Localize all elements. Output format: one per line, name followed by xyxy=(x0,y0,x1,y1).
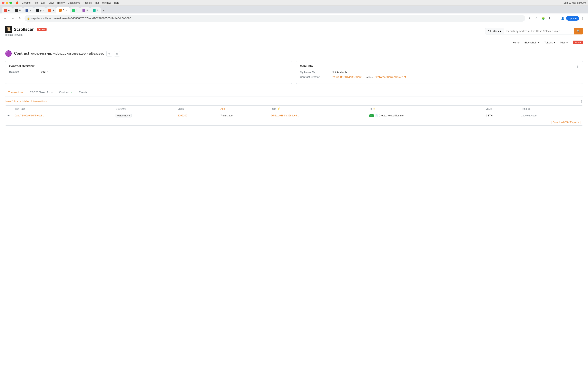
filter-label: All Filters xyxy=(488,30,499,33)
from-link[interactable]: 0x56e1f93844c3568b69... xyxy=(271,114,299,117)
testnet-nav-badge[interactable]: Testnet xyxy=(573,41,583,44)
chrome-addressbar: ← → ↻ 🔒 sepolia.scrollscan.dev/address/0… xyxy=(0,13,588,23)
more-options-button[interactable]: ⋮ xyxy=(576,64,579,68)
forward-button[interactable]: → xyxy=(10,16,16,21)
fee-text: 0.004071761964 xyxy=(521,114,538,117)
creator-row: Contract Creator: 0x56e1f93844c3568b69..… xyxy=(300,75,579,79)
nav-tokens[interactable]: Tokens ▾ xyxy=(545,41,555,44)
tab-9-label: S xyxy=(97,9,98,12)
history-menu[interactable]: History xyxy=(57,1,65,4)
search-button[interactable]: 🔍 xyxy=(574,28,583,34)
col-txn-hash: Txn Hash xyxy=(12,106,113,112)
tab-4-label: gi v xyxy=(40,9,44,12)
view-menu[interactable]: View xyxy=(49,1,54,4)
copy-button[interactable]: ⧉ xyxy=(106,51,112,57)
tab-1[interactable]: sc xyxy=(2,7,13,13)
window-menu[interactable]: Window xyxy=(102,1,111,4)
extension-icon[interactable]: 🧩 xyxy=(540,16,546,21)
name-tag-label: My Name Tag: xyxy=(300,71,329,74)
minimize-button[interactable] xyxy=(6,2,8,4)
mac-titlebar: 🍎 Chrome File Edit View History Bookmark… xyxy=(0,0,588,6)
download-icon[interactable]: ⬇ xyxy=(546,16,552,21)
scrollscan-nav: Home Blockchain ▾ Tokens ▾ Misc ▾ Testne… xyxy=(0,39,588,46)
nav-misc[interactable]: Misc ▾ xyxy=(560,41,568,44)
more-info-card: More Info ⋮ My Name Tag: Not Available C… xyxy=(296,61,583,84)
tab-erc20[interactable]: ERC20 Token Txns xyxy=(26,89,56,96)
qr-button[interactable]: ⊞ xyxy=(114,51,120,57)
tab-contract[interactable]: Contract ✓ xyxy=(56,89,76,96)
bookmarks-menu[interactable]: Bookmarks xyxy=(68,1,80,4)
back-button[interactable]: ← xyxy=(2,16,8,21)
tab-2[interactable]: N xyxy=(13,7,23,13)
address-bar[interactable]: 🔒 sepolia.scrollscan.dev/address/0x04086… xyxy=(25,15,525,22)
from-filter-icon[interactable]: ⚡ xyxy=(277,108,280,110)
main-container: 🟣 Contract 0x04086887ED74eb41C2788955651… xyxy=(0,46,588,130)
close-button[interactable] xyxy=(2,2,4,4)
tab-6-active[interactable]: D ✕ xyxy=(56,7,70,13)
balance-label: Balance: xyxy=(9,70,38,73)
creator-address-link[interactable]: 0x56e1f93844c3568b69... xyxy=(332,75,365,79)
nav-blockchain[interactable]: Blockchain ▾ xyxy=(525,41,540,44)
tx-count: 1 xyxy=(31,100,32,103)
profiles-menu[interactable]: Profiles xyxy=(84,1,92,4)
edit-menu[interactable]: Edit xyxy=(41,1,45,4)
maximize-button[interactable] xyxy=(9,2,12,4)
row-to: IN 📄 Create: NextMillionaire xyxy=(367,112,483,119)
block-link[interactable]: 2295209 xyxy=(178,114,187,117)
apple-menu[interactable]: 🍎 xyxy=(16,1,18,4)
nav-home[interactable]: Home xyxy=(512,41,520,44)
tab-transactions[interactable]: Transactions xyxy=(5,89,26,96)
col-age: Age xyxy=(218,106,268,112)
table-row: 👁 0xeb72400d64b0f5461cf... 0x60806040 22… xyxy=(5,112,583,119)
tab-8[interactable]: B xyxy=(80,7,90,13)
tab-7[interactable]: S xyxy=(70,7,80,13)
scrollscan-logo: 📜 Scrollscan Testnet Testnet Network xyxy=(5,26,47,36)
contract-icon: 🟣 xyxy=(5,50,12,57)
table-more-button[interactable]: ⋮ xyxy=(580,100,583,103)
tab-5-icon xyxy=(48,9,51,12)
eye-icon[interactable]: 👁 xyxy=(8,114,10,117)
update-button[interactable]: Update xyxy=(566,16,579,21)
balance-value: 0 ETH xyxy=(41,70,49,73)
chrome-menu[interactable]: Chrome xyxy=(22,1,31,4)
tab-5[interactable]: E xyxy=(46,7,56,13)
csv-export-link[interactable]: [ Download CSV Export ↓ ] xyxy=(552,121,580,124)
scrollscan-header: 📜 Scrollscan Testnet Testnet Network All… xyxy=(0,23,588,39)
blockchain-chevron-icon: ▾ xyxy=(538,41,540,44)
creator-txn-link[interactable]: 0xeb72400d64b0f5461cf... xyxy=(375,75,408,79)
tab-4[interactable]: gi v xyxy=(34,7,46,13)
tab-events[interactable]: Events xyxy=(76,89,90,96)
to-filter-icon[interactable]: ⚡ xyxy=(373,108,376,110)
info-cards: Contract Overview Balance: 0 ETH More In… xyxy=(5,61,583,84)
row-method: 0x60806040 xyxy=(113,112,175,119)
row-age: 7 mins ago xyxy=(218,112,268,119)
logo-icon: 📜 xyxy=(5,26,12,33)
tab-6-close[interactable]: ✕ xyxy=(66,9,67,11)
sidebar-icon[interactable]: ▭ xyxy=(553,16,559,21)
search-area: All Filters ▾ 🔍 xyxy=(485,28,583,34)
help-menu[interactable]: Help xyxy=(114,1,119,4)
filter-dropdown[interactable]: All Filters ▾ xyxy=(485,28,504,34)
txn-hash-link[interactable]: 0xeb72400d64b0f5461cf... xyxy=(15,114,44,117)
tab-7-label: S xyxy=(76,9,78,12)
value-text: 0 ETH xyxy=(486,114,493,117)
chrome-tabs-bar: sc N In gi v E D ✕ S B S + xyxy=(0,6,588,13)
tab-menu[interactable]: Tab xyxy=(95,1,99,4)
more-icon[interactable]: ⋮ xyxy=(580,16,586,21)
bookmark-icon[interactable]: ☆ xyxy=(534,16,539,21)
info-icon[interactable]: ⓘ xyxy=(124,108,126,110)
share-icon[interactable]: ⬆ xyxy=(527,16,533,21)
tab-3[interactable]: In xyxy=(23,7,34,13)
tab-9[interactable]: S xyxy=(90,7,101,13)
reload-button[interactable]: ↻ xyxy=(17,16,23,21)
creator-label: Contract Creator: xyxy=(300,75,329,78)
suffix-text: transactions xyxy=(33,100,47,103)
search-input[interactable] xyxy=(504,28,574,34)
new-tab-button[interactable]: + xyxy=(101,8,106,13)
tabs: Transactions ERC20 Token Txns Contract ✓… xyxy=(5,89,583,96)
age-text: 7 mins ago xyxy=(221,114,233,117)
profile-icon[interactable]: 👤 xyxy=(560,16,565,21)
traffic-lights[interactable] xyxy=(2,2,12,4)
testnet-badge: Testnet xyxy=(37,28,47,31)
file-menu[interactable]: File xyxy=(34,1,38,4)
